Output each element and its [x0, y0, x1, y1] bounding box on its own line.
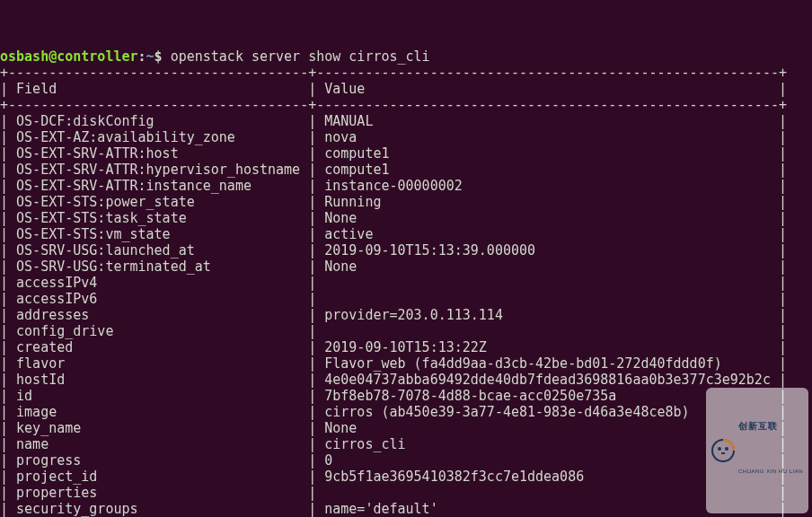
- table-row: | OS-DCF:diskConfig | MANUAL |: [0, 113, 787, 129]
- table-row: | OS-EXT-SRV-ATTR:instance_name | instan…: [0, 178, 787, 194]
- table-row: | flavor | Flavor_web (fa4dd9aa-d3cb-42b…: [0, 355, 787, 372]
- watermark-brand-en: CHUANG XIN HU LIAN: [738, 463, 803, 479]
- table-row: | OS-EXT-STS:vm_state | active |: [0, 226, 787, 242]
- table-row: | OS-SRV-USG:launched_at | 2019-09-10T15…: [0, 242, 787, 258]
- table-row: | OS-EXT-STS:power_state | Running |: [0, 194, 787, 210]
- table-row: | key_name | None |: [0, 420, 787, 436]
- table-row: | image | cirros (ab450e39-3a77-4e81-983…: [0, 404, 787, 420]
- table-row: | addresses | provider=203.0.113.114 |: [0, 307, 787, 323]
- command-text: openstack server show cirros_cli: [171, 48, 430, 65]
- table-border-top: +-------------------------------------+-…: [0, 65, 787, 81]
- table-header-row: | Field | Value |: [0, 81, 787, 97]
- table-row: | config_drive | |: [0, 323, 787, 339]
- svg-point-2: [725, 447, 728, 451]
- table-row: | id | 7bf8eb78-7078-4d88-bcae-acc0250e7…: [0, 388, 787, 404]
- table-row: | OS-EXT-STS:task_state | None |: [0, 210, 787, 226]
- table-row: | created | 2019-09-10T15:13:22Z |: [0, 339, 787, 355]
- table-row: | security_groups | name='default' |: [0, 501, 787, 517]
- svg-rect-3: [721, 452, 725, 454]
- prompt-path: ~: [146, 48, 154, 65]
- terminal-output[interactable]: osbash@controller:~$ openstack server sh…: [0, 48, 812, 517]
- table-row: | accessIPv6 | |: [0, 291, 787, 307]
- prompt-dollar: $: [154, 48, 171, 65]
- table-row: | properties | |: [0, 485, 787, 501]
- logo-icon: [711, 439, 735, 462]
- svg-point-1: [718, 447, 721, 451]
- prompt-user-host: osbash@controller: [0, 48, 138, 65]
- table-row: | OS-EXT-SRV-ATTR:hypervisor_hostname | …: [0, 162, 787, 178]
- watermark-brand-cn: 创新互联: [738, 422, 803, 431]
- table-row: | OS-EXT-AZ:availability_zone | nova |: [0, 129, 787, 145]
- table-row: | hostId | 4e0e04737abba69492dde40db7fde…: [0, 372, 787, 388]
- table-row: | accessIPv4 | |: [0, 275, 787, 291]
- table-border-mid: +-------------------------------------+-…: [0, 97, 787, 113]
- table-row: | OS-EXT-SRV-ATTR:host | compute1 |: [0, 145, 787, 162]
- watermark-logo: 创新互联 CHUANG XIN HU LIAN: [706, 388, 808, 513]
- table-row: | progress | 0 |: [0, 452, 787, 469]
- table-row: | name | cirros_cli |: [0, 436, 787, 452]
- table-row: | OS-SRV-USG:terminated_at | None |: [0, 258, 787, 275]
- prompt-colon: :: [138, 48, 146, 65]
- table-row: | project_id | 9cb5f1ae3695410382f3cc7e1…: [0, 469, 787, 485]
